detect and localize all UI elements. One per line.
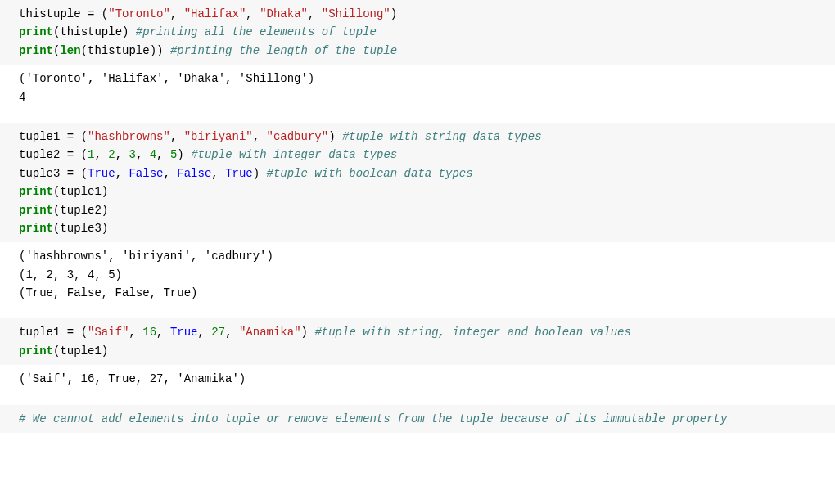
- boolean: False: [177, 167, 211, 180]
- op: =: [60, 326, 80, 339]
- boolean: True: [170, 326, 198, 339]
- op: =: [60, 167, 80, 180]
- string: "Halifax": [184, 7, 246, 20]
- code-input-3[interactable]: tuple1 = ("Saif", 16, True, 27, "Anamika…: [0, 318, 835, 365]
- comma: ,: [246, 7, 260, 20]
- paren: ): [102, 222, 108, 235]
- variable: tuple1: [60, 185, 101, 198]
- paren: (: [102, 7, 108, 20]
- comma: ,: [308, 7, 322, 20]
- comment: #tuple with integer data types: [191, 148, 397, 161]
- string: "Dhaka": [260, 7, 308, 20]
- builtin: len: [60, 44, 80, 57]
- op: =: [60, 130, 80, 143]
- code-cell-1: thistuple = ("Toronto", "Halifax", "Dhak…: [0, 0, 835, 111]
- variable: tuple2: [19, 148, 60, 161]
- number: 4: [150, 148, 156, 161]
- comma: ,: [225, 326, 239, 339]
- boolean: False: [129, 167, 163, 180]
- variable: thistuple: [60, 25, 122, 38]
- comment: #tuple with boolean data types: [267, 167, 473, 180]
- paren: ): [122, 25, 136, 38]
- comma: ,: [198, 326, 212, 339]
- variable: tuple1: [19, 130, 60, 143]
- comma: ,: [94, 148, 108, 161]
- string: "biriyani": [184, 130, 253, 143]
- paren: ): [102, 185, 108, 198]
- paren: ): [102, 204, 108, 217]
- comment: #printing all the elements of tuple: [136, 25, 377, 38]
- builtin: print: [19, 44, 53, 57]
- code-cell-3: tuple1 = ("Saif", 16, True, 27, "Anamika…: [0, 318, 835, 393]
- comma: ,: [129, 326, 142, 339]
- variable: tuple1: [19, 326, 60, 339]
- builtin: print: [19, 204, 53, 217]
- comma: ,: [253, 130, 267, 143]
- op: =: [60, 148, 80, 161]
- code-output-1: ('Toronto', 'Halifax', 'Dhaka', 'Shillon…: [0, 65, 835, 111]
- code-output-3: ('Saif', 16, True, 27, 'Anamika'): [0, 365, 835, 393]
- string: "Saif": [88, 326, 129, 339]
- comma: ,: [163, 167, 177, 180]
- variable: thistuple: [88, 44, 150, 57]
- comma: ,: [156, 326, 170, 339]
- comma: ,: [136, 148, 150, 161]
- builtin: print: [19, 25, 53, 38]
- string: "Toronto": [108, 7, 170, 20]
- paren: (: [81, 44, 88, 57]
- code-input-1[interactable]: thistuple = ("Toronto", "Halifax", "Dhak…: [0, 0, 835, 65]
- comma: ,: [115, 167, 129, 180]
- comma: ,: [156, 148, 170, 161]
- paren: (: [81, 167, 88, 180]
- variable: tuple3: [19, 167, 60, 180]
- cell-gap: [0, 307, 835, 318]
- comma: ,: [170, 7, 184, 20]
- variable: tuple2: [60, 204, 101, 217]
- comment: #tuple with string data types: [342, 130, 542, 143]
- code-output-2: ('hashbrowns', 'biriyani', 'cadbury') (1…: [0, 242, 835, 307]
- string: "hashbrowns": [88, 130, 170, 143]
- code-cell-2: tuple1 = ("hashbrowns", "biriyani", "cad…: [0, 123, 835, 308]
- comment: #printing the length of the tuple: [170, 44, 397, 57]
- paren: (: [81, 326, 88, 339]
- paren: ): [177, 148, 191, 161]
- paren: ): [102, 344, 108, 358]
- cell-gap: [0, 394, 835, 405]
- string: "Shillong": [322, 7, 390, 20]
- paren: (: [81, 148, 88, 161]
- number: 2: [108, 148, 115, 161]
- builtin: print: [19, 222, 53, 235]
- comma: ,: [115, 148, 129, 161]
- paren: ): [390, 7, 397, 20]
- variable: thistuple: [19, 7, 81, 20]
- code-input-2[interactable]: tuple1 = ("hashbrowns", "biriyani", "cad…: [0, 123, 835, 242]
- comma: ,: [211, 167, 225, 180]
- variable: tuple3: [60, 222, 101, 235]
- string: "cadbury": [267, 130, 329, 143]
- cell-gap: [0, 111, 835, 123]
- paren: ): [328, 130, 342, 143]
- variable: tuple1: [60, 344, 101, 358]
- builtin: print: [19, 185, 53, 198]
- notebook: thistuple = ("Toronto", "Halifax", "Dhak…: [0, 0, 835, 433]
- boolean: True: [88, 167, 115, 180]
- boolean: True: [225, 167, 253, 180]
- builtin: print: [19, 344, 53, 358]
- paren: ): [156, 44, 170, 57]
- number: 27: [211, 326, 225, 339]
- code-cell-4: # We cannot add elements into tuple or r…: [0, 405, 835, 433]
- number: 16: [142, 326, 156, 339]
- paren: ): [301, 326, 315, 339]
- paren: (: [81, 130, 88, 143]
- comment: #tuple with string, integer and boolean …: [314, 326, 630, 339]
- number: 3: [129, 148, 135, 161]
- string: "Anamika": [239, 326, 301, 339]
- op: =: [81, 7, 102, 20]
- comment: # We cannot add elements into tuple or r…: [19, 412, 727, 425]
- comma: ,: [170, 130, 184, 143]
- paren: ): [253, 167, 267, 180]
- code-input-4[interactable]: # We cannot add elements into tuple or r…: [0, 405, 835, 433]
- paren: ): [150, 44, 156, 57]
